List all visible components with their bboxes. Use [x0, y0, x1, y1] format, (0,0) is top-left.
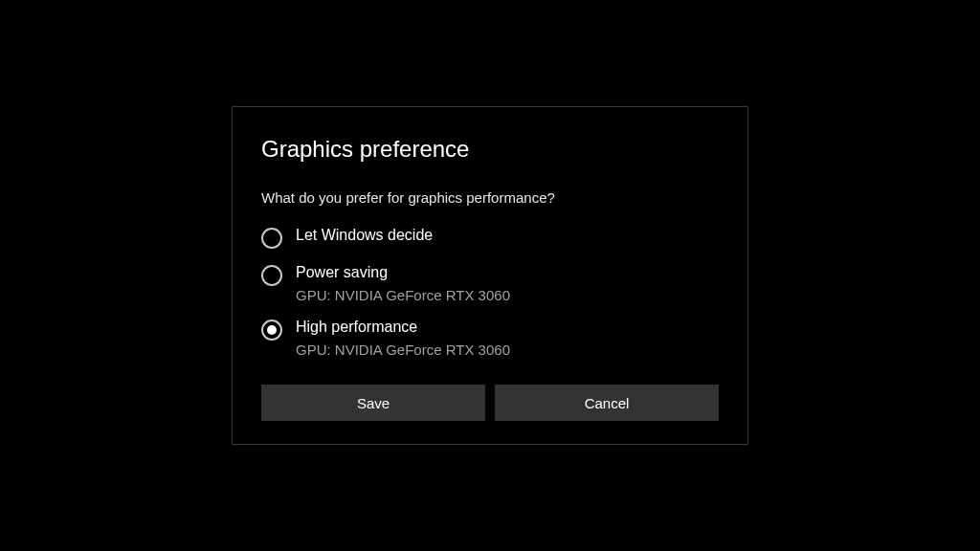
graphics-preference-dialog: Graphics preference What do you prefer f… — [232, 106, 748, 445]
save-button[interactable]: Save — [261, 385, 485, 421]
cancel-button[interactable]: Cancel — [495, 385, 719, 421]
option-label[interactable]: High performance — [296, 319, 510, 336]
radio-power-saving[interactable] — [261, 265, 282, 286]
option-label[interactable]: Power saving — [296, 264, 510, 281]
options-group: Let Windows decide Power saving GPU: NVI… — [261, 227, 719, 358]
option-power-saving[interactable]: Power saving GPU: NVIDIA GeForce RTX 306… — [261, 264, 719, 303]
dialog-subtitle: What do you prefer for graphics performa… — [261, 189, 719, 206]
option-detail: GPU: NVIDIA GeForce RTX 3060 — [296, 342, 510, 358]
option-label[interactable]: Let Windows decide — [296, 227, 433, 244]
radio-high-performance[interactable] — [261, 320, 282, 341]
dialog-buttons: Save Cancel — [261, 385, 719, 421]
option-high-performance[interactable]: High performance GPU: NVIDIA GeForce RTX… — [261, 319, 719, 358]
option-detail: GPU: NVIDIA GeForce RTX 3060 — [296, 287, 510, 303]
dialog-title: Graphics preference — [261, 136, 719, 163]
radio-let-windows-decide[interactable] — [261, 228, 282, 249]
option-let-windows-decide[interactable]: Let Windows decide — [261, 227, 719, 249]
